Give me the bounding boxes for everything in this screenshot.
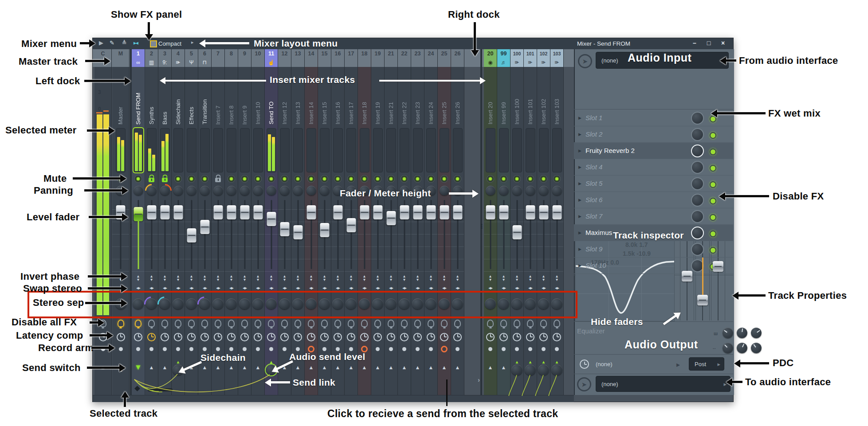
disable-all-fx-lamp-icon[interactable] [388, 320, 394, 327]
invert-phase-button[interactable]: ▴▾ [198, 273, 211, 283]
level-fader[interactable] [360, 205, 369, 219]
track-name-zone[interactable]: Insert 22 [398, 67, 411, 127]
invert-phase-button[interactable]: ▴▾ [371, 273, 384, 283]
track-header[interactable] [238, 58, 251, 67]
track-name-zone[interactable]: Insert 99 [497, 67, 510, 127]
pan-knob[interactable] [512, 186, 522, 195]
level-fader[interactable] [160, 205, 169, 219]
mixer-strip-master[interactable]: MMaster▴▾◂▸▴▲ [112, 49, 130, 395]
mute-led[interactable] [361, 175, 368, 183]
track-header[interactable] [411, 58, 424, 67]
latency-comp-clock-icon[interactable] [280, 333, 289, 341]
latency-comp-clock-icon[interactable] [526, 333, 534, 341]
track-number[interactable]: 6 [198, 49, 211, 58]
mixer-strip-insert-102[interactable]: 102⋔Insert 102▴▾◂▸▲ [537, 49, 550, 395]
disable-all-fx-lamp-icon[interactable] [374, 320, 381, 327]
level-fader[interactable] [320, 223, 329, 237]
track-header[interactable]: ⊓ [198, 58, 211, 67]
fader-zone[interactable] [291, 197, 304, 273]
mute-led[interactable] [553, 175, 561, 183]
disable-all-fx-lamp-icon[interactable] [175, 320, 181, 327]
mixer-strip-insert-8[interactable]: 8Insert 8▴▾◂▸▲ [225, 49, 238, 395]
disable-all-fx-lamp-icon[interactable] [554, 320, 560, 327]
latency-comp-clock-icon[interactable] [387, 333, 395, 341]
track-header[interactable] [451, 58, 464, 67]
fader-zone[interactable] [251, 197, 264, 273]
eq-width-knob-1[interactable] [723, 343, 733, 353]
record-arm-dot[interactable] [349, 347, 353, 351]
track-header[interactable] [291, 58, 304, 67]
record-arm-dot[interactable] [389, 347, 393, 351]
track-name-zone[interactable]: Insert 24 [424, 67, 437, 127]
invert-phase-button[interactable]: ▴▾ [291, 273, 304, 283]
level-fader[interactable] [346, 218, 356, 232]
invert-phase-button[interactable]: ▴▾ [358, 273, 371, 283]
disable-all-fx-lamp-icon[interactable] [428, 320, 434, 327]
latency-comp-clock-icon[interactable] [334, 333, 342, 341]
fx-slot-1[interactable]: ▶Slot 1 [574, 110, 733, 126]
fader-zone[interactable] [225, 197, 238, 273]
pan-knob[interactable] [227, 186, 236, 195]
fader-zone[interactable] [185, 197, 198, 273]
level-fader[interactable] [400, 205, 409, 219]
mixer-strip-insert-15[interactable]: 15Insert 15▴▾◂▸▲ [318, 49, 331, 395]
track-number[interactable]: 100 [511, 49, 523, 58]
record-arm-dot[interactable] [376, 347, 380, 351]
track-number[interactable]: 12 [278, 49, 291, 58]
disable-all-fx-lamp-icon[interactable] [487, 320, 494, 327]
track-number[interactable]: 103 [550, 49, 563, 58]
track-name-zone[interactable]: Insert 18 [358, 67, 371, 127]
level-fader[interactable] [373, 205, 382, 219]
record-arm-dot[interactable] [283, 347, 287, 351]
slot-enable-led[interactable] [710, 181, 716, 188]
record-arm-dot[interactable] [296, 347, 300, 351]
send-switch-arrow[interactable]: ▲ [442, 365, 447, 370]
fader-zone[interactable] [305, 197, 318, 273]
send-switch-arrow[interactable]: ▲ [322, 365, 327, 370]
latency-comp-clock-icon[interactable] [400, 333, 408, 341]
latency-comp-clock-icon[interactable] [240, 333, 249, 341]
mixer-strip-insert-24[interactable]: 24Insert 24▴▾◂▸▲ [424, 49, 438, 395]
record-arm-dot[interactable] [555, 347, 559, 351]
track-number[interactable]: 101 [524, 49, 537, 58]
fx-slot-4[interactable]: ▶Slot 4 [574, 159, 733, 176]
mute-led[interactable] [321, 175, 328, 183]
track-number[interactable]: 3 [158, 49, 171, 58]
record-arm-dot[interactable] [203, 347, 207, 351]
track-number[interactable]: 11 [265, 49, 278, 58]
track-name-zone[interactable]: Sidechain [172, 67, 185, 127]
send-switch-arrow[interactable]: ▲ [375, 365, 381, 370]
slot-mix-knob[interactable] [691, 227, 704, 239]
mixer-strip-insert-26[interactable]: 26Insert 26▴▾◂▸▲ [451, 49, 464, 395]
latency-comp-clock-icon[interactable] [307, 333, 315, 341]
slot-arrow-icon[interactable]: ▶ [578, 116, 581, 120]
track-number[interactable]: 2 [145, 49, 158, 58]
track-number[interactable]: 8 [225, 49, 238, 58]
mute-led[interactable] [427, 175, 435, 183]
track-number[interactable]: 4 [172, 49, 185, 58]
record-arm-dot[interactable] [322, 347, 326, 351]
mute-led[interactable] [440, 175, 448, 183]
pan-knob[interactable] [253, 186, 263, 195]
mixer-strip-insert-25[interactable]: 25Insert 25▴▾◂▸▲ [438, 49, 451, 395]
level-fader[interactable] [293, 225, 302, 239]
track-number[interactable]: 102 [537, 49, 550, 58]
track-name-zone[interactable]: Insert 25 [438, 67, 451, 127]
track-header[interactable] [318, 58, 331, 67]
disable-all-fx-lamp-icon[interactable] [161, 320, 168, 327]
invert-phase-button[interactable]: ▴▾ [484, 273, 497, 283]
fx-slot-2[interactable]: ▶Slot 2 [574, 126, 733, 143]
mute-led[interactable] [487, 175, 494, 183]
invert-phase-button[interactable]: ▴▾ [305, 273, 318, 283]
slot-mix-knob[interactable] [691, 112, 704, 125]
pdc-mode-button[interactable]: Post ▸ [689, 357, 724, 371]
disable-all-fx-lamp-icon[interactable] [295, 320, 301, 327]
latency-comp-clock-icon[interactable] [294, 333, 302, 341]
latency-comp-clock-icon[interactable] [499, 333, 508, 341]
fader-zone[interactable] [524, 197, 537, 273]
track-header[interactable] [424, 58, 437, 67]
latency-comp-clock-icon[interactable] [320, 333, 329, 341]
pan-knob[interactable] [134, 186, 143, 195]
invert-phase-button[interactable]: ▴▾ [212, 273, 224, 283]
send-switch-arrow[interactable]: ▲ [389, 365, 394, 370]
